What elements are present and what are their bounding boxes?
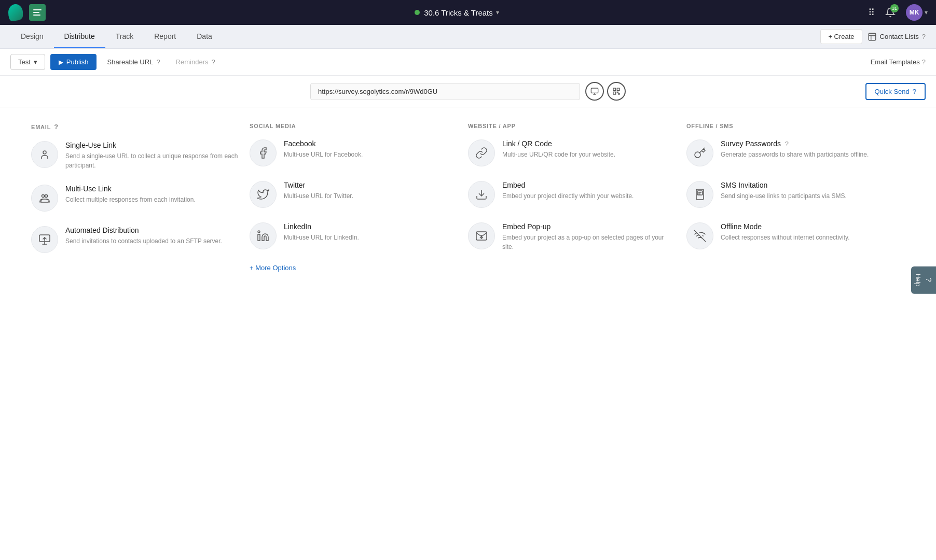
toolbar-right: Email Templates ? <box>871 58 926 66</box>
contact-lists-button[interactable]: Contact Lists ? <box>868 32 926 41</box>
avatar: MK <box>906 4 923 21</box>
url-icons <box>585 82 626 101</box>
embed-popup-text: Embed Pop-up Embed your project as a pop… <box>502 222 676 251</box>
quick-send-help-icon: ? <box>913 88 916 95</box>
main-content: EMAIL ? Single-Use Link Send a single-us… <box>0 107 936 560</box>
single-use-link-title: Single-Use Link <box>65 141 239 149</box>
status-dot <box>415 10 420 15</box>
sms-invitation-item[interactable]: SMS Invitation Send single-use links to … <box>686 181 894 208</box>
logo-line-3 <box>33 15 40 16</box>
nav-bar: Design Distribute Track Report Data + Cr… <box>0 25 936 49</box>
embed-popup-item[interactable]: Embed Pop-up Embed your project as a pop… <box>468 222 676 251</box>
offline-mode-title: Offline Mode <box>721 222 850 231</box>
svg-rect-6 <box>613 88 616 91</box>
mobile-preview-icon[interactable] <box>585 82 604 101</box>
linkedin-text: LinkedIn Multi-use URL for LinkedIn. <box>284 222 359 242</box>
link-qr-desc: Multi-use URL/QR code for your website. <box>502 150 615 159</box>
svg-rect-24 <box>697 191 703 195</box>
svg-rect-9 <box>617 92 618 93</box>
publish-button[interactable]: ▶ Publish <box>50 54 97 70</box>
mail-down-icon <box>475 230 488 242</box>
tab-track[interactable]: Track <box>105 25 144 48</box>
reminders-button[interactable]: Reminders ? <box>171 55 221 69</box>
computer-upload-icon <box>38 233 51 246</box>
link-qr-icon <box>468 139 495 166</box>
shareable-url-help-icon: ? <box>156 58 160 66</box>
email-templates-button[interactable]: Email Templates ? <box>871 58 926 66</box>
top-bar-left <box>8 4 46 21</box>
survey-passwords-item[interactable]: Survey Passwords ? Generate passwords to… <box>686 139 894 166</box>
nav-right: + Create Contact Lists ? <box>820 29 926 44</box>
contact-lists-icon <box>868 32 877 41</box>
multi-use-link-item[interactable]: Multi-Use Link Collect multiple response… <box>31 185 239 212</box>
multi-use-link-icon <box>31 185 58 212</box>
website-app-section-title: WEBSITE / APP <box>468 123 676 129</box>
quick-send-button[interactable]: Quick Send ? <box>865 83 926 100</box>
qr-code-icon[interactable] <box>607 82 626 101</box>
person-icon <box>38 148 51 161</box>
download-icon <box>475 188 488 201</box>
social-media-section-title: SOCIAL MEDIA <box>250 123 458 129</box>
linkedin-item[interactable]: LinkedIn Multi-use URL for LinkedIn. <box>250 222 458 249</box>
email-section-title: EMAIL ? <box>31 123 239 131</box>
twitter-logo-icon <box>257 188 269 201</box>
logo-line-1 <box>33 9 42 10</box>
key-icon <box>694 147 706 159</box>
project-name-wrapper[interactable]: 30.6 Tricks & Treats ▾ <box>424 8 499 17</box>
create-button[interactable]: + Create <box>820 29 862 44</box>
single-use-link-item[interactable]: Single-Use Link Send a single-use URL to… <box>31 141 239 170</box>
linkedin-icon <box>250 222 277 249</box>
offline-mode-icon <box>686 222 713 249</box>
facebook-logo-icon <box>257 147 269 159</box>
link-qr-text: Link / QR Code Multi-use URL/QR code for… <box>502 139 615 159</box>
tab-report[interactable]: Report <box>144 25 186 48</box>
logo-doc-lines <box>30 6 45 19</box>
email-templates-help-icon: ? <box>922 58 926 66</box>
shareable-url-label: Shareable URL <box>107 58 153 66</box>
logo-line-2 <box>33 12 39 13</box>
automated-distribution-desc: Send invitations to contacts uploaded to… <box>65 236 222 246</box>
tab-data[interactable]: Data <box>186 25 223 48</box>
logo-doc-icon[interactable] <box>29 4 46 21</box>
multi-use-link-text: Multi-Use Link Collect multiple response… <box>65 185 196 204</box>
embed-desc: Embed your project directly within your … <box>502 191 634 201</box>
help-tab[interactable]: ? Help <box>911 267 936 294</box>
offline-mode-item[interactable]: Offline Mode Collect responses without i… <box>686 222 894 249</box>
facebook-text: Facebook Multi-use URL for Facebook. <box>284 139 363 159</box>
link-qr-title: Link / QR Code <box>502 139 615 148</box>
test-button[interactable]: Test ▾ <box>10 54 45 70</box>
avatar-wrapper[interactable]: MK ▾ <box>906 4 928 21</box>
svg-rect-18 <box>258 234 260 241</box>
email-templates-label: Email Templates <box>871 58 920 66</box>
survey-passwords-help-icon: ? <box>785 140 789 148</box>
avatar-dropdown-icon: ▾ <box>925 9 928 16</box>
automated-distribution-item[interactable]: Automated Distribution Send invitations … <box>31 226 239 253</box>
embed-title: Embed <box>502 181 634 189</box>
reminders-help-icon: ? <box>211 58 215 66</box>
automated-distribution-icon <box>31 226 58 253</box>
svg-rect-7 <box>617 88 620 91</box>
notification-badge: 31 <box>890 4 899 12</box>
link-qr-code-item[interactable]: Link / QR Code Multi-use URL/QR code for… <box>468 139 676 166</box>
offline-mode-desc: Collect responses without internet conne… <box>721 233 850 242</box>
shareable-url-button[interactable]: Shareable URL ? <box>102 55 165 69</box>
monitor-icon <box>590 87 599 95</box>
test-label: Test <box>18 58 31 66</box>
tab-design[interactable]: Design <box>10 25 54 48</box>
embed-item[interactable]: Embed Embed your project directly within… <box>468 181 676 208</box>
help-tab-icon: ? <box>925 278 933 282</box>
svg-point-11 <box>43 151 46 154</box>
single-use-link-text: Single-Use Link Send a single-use URL to… <box>65 141 239 170</box>
tab-distribute[interactable]: Distribute <box>54 25 105 48</box>
project-name: 30.6 Tricks & Treats <box>424 8 493 17</box>
notification-button[interactable]: 31 <box>882 4 899 21</box>
facebook-item[interactable]: Facebook Multi-use URL for Facebook. <box>250 139 458 166</box>
nav-tabs: Design Distribute Track Report Data <box>10 25 223 48</box>
twitter-text: Twitter Multi-use URL for Twitter. <box>284 181 353 201</box>
survey-url-input[interactable] <box>310 83 580 100</box>
twitter-item[interactable]: Twitter Multi-use URL for Twitter. <box>250 181 458 208</box>
multi-use-link-title: Multi-Use Link <box>65 185 196 193</box>
grid-icon[interactable]: ⠿ <box>868 7 875 18</box>
more-options-button[interactable]: + More Options <box>250 264 458 272</box>
automated-distribution-title: Automated Distribution <box>65 226 222 234</box>
